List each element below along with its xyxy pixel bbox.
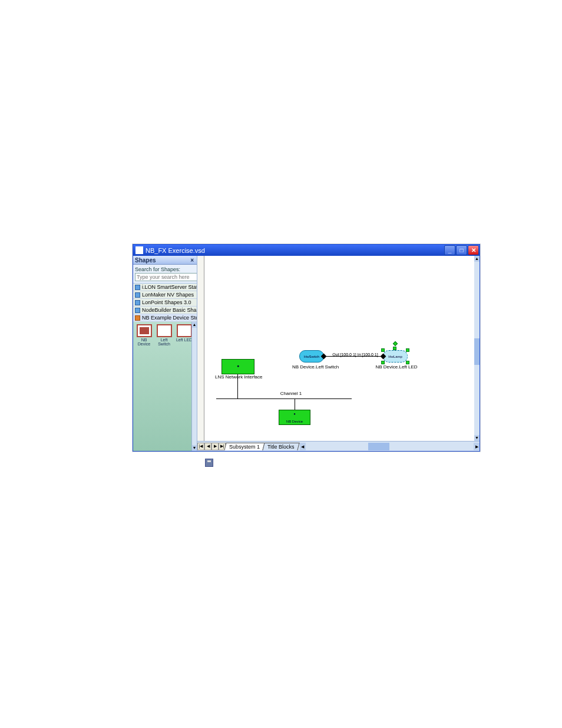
- client-area: Shapes × Search for Shapes: ▾ → i.LON Sm…: [133, 256, 480, 451]
- shapes-panel-scrollbar[interactable]: ▲ ▼: [191, 322, 197, 451]
- drawing-canvas[interactable]: Channel 1 ● LNS Network Interface ● NB D…: [204, 256, 474, 441]
- shape-master-icon: [157, 324, 172, 337]
- window-title: NB_FX Exercise.vsd: [146, 247, 444, 254]
- shape-master-left-switch[interactable]: Left Switch: [155, 324, 173, 346]
- sheet-tab-title-blocks[interactable]: Title Blocks: [262, 443, 299, 450]
- shape-masters-area: NB Device Left Switch Left LED ▲: [133, 322, 197, 451]
- stencil-label: LonPoint Shapes 3.0: [142, 299, 191, 305]
- left-led-fb-text: HwLamp: [388, 355, 402, 358]
- scroll-thumb[interactable]: [474, 338, 480, 365]
- sheet-next-button[interactable]: ▶: [211, 443, 219, 450]
- window-controls: _ □ ✕: [444, 245, 480, 256]
- selection-handle[interactable]: [406, 361, 409, 364]
- sheet-first-button[interactable]: |◀: [197, 443, 204, 450]
- stencil-item[interactable]: i.LON SmartServer Static Shapes: [133, 284, 197, 291]
- shape-master-label: NB Device: [135, 338, 153, 346]
- left-led-fb[interactable]: HwLamp: [383, 350, 408, 363]
- stencil-label: LonMaker NV Shapes: [142, 292, 194, 298]
- shape-master-icon: [137, 324, 152, 337]
- stencil-list: i.LON SmartServer Static Shapes LonMaker…: [133, 284, 197, 322]
- lns-network-interface-label: LNS Network Interface: [215, 374, 261, 380]
- shape-master-icon: [177, 324, 192, 337]
- left-switch-fb[interactable]: HwSwitch: [299, 350, 324, 363]
- shapes-panel-title: Shapes: [135, 257, 156, 263]
- stencil-item[interactable]: LonPoint Shapes 3.0: [133, 299, 197, 307]
- canvas-vertical-scrollbar[interactable]: ▲ ▼: [474, 256, 480, 441]
- shape-master-left-led[interactable]: Left LED: [175, 324, 193, 346]
- titlebar[interactable]: NB_FX Exercise.vsd _ □ ✕: [133, 245, 480, 256]
- selection-handle[interactable]: [381, 348, 385, 352]
- canvas-holder: Channel 1 ● LNS Network Interface ● NB D…: [197, 256, 480, 451]
- rotation-handle[interactable]: [393, 341, 398, 346]
- binding-text: Out:[100.0 1] In:[100.0 1]: [328, 353, 382, 357]
- selection-handle[interactable]: [406, 348, 409, 352]
- shapes-search-area: Search for Shapes: ▾ →: [133, 265, 197, 284]
- shape-master-nb-device[interactable]: NB Device: [135, 324, 153, 346]
- channel-wire[interactable]: [216, 398, 352, 399]
- left-led-label: NB Device.Left LED: [375, 364, 418, 370]
- channel-label: Channel 1: [265, 391, 318, 396]
- save-icon: [205, 459, 213, 467]
- canvas-horizontal-scrollbar[interactable]: ◀ ▶: [300, 443, 480, 450]
- scroll-down-icon[interactable]: ▼: [192, 445, 197, 451]
- shape-master-label: Left Switch: [155, 338, 173, 346]
- lns-network-interface-node[interactable]: ●: [222, 359, 254, 374]
- sheet-tab-label: Subsystem 1: [229, 444, 260, 450]
- selection-handle[interactable]: [381, 361, 385, 364]
- shapes-panel-close-icon[interactable]: ×: [189, 257, 195, 263]
- sheet-tab-label: Title Blocks: [267, 444, 295, 450]
- shapes-panel-header[interactable]: Shapes ×: [133, 256, 197, 265]
- drawing-inner: Channel 1 ● LNS Network Interface ● NB D…: [204, 256, 474, 441]
- sheet-tab-bar: |◀ ◀ ▶ ▶| Subsystem 1 Title Blocks ◀ ▶: [197, 441, 480, 451]
- stencil-icon: [135, 292, 140, 298]
- vertical-ruler[interactable]: [197, 256, 204, 441]
- app-window: NB_FX Exercise.vsd _ □ ✕ Shapes × Search…: [133, 244, 480, 452]
- sheet-tab-subsystem-1[interactable]: Subsystem 1: [224, 443, 265, 450]
- stencil-item-selected[interactable]: NB Example Device Stencil: [133, 314, 197, 322]
- scroll-down-icon[interactable]: ▼: [474, 435, 480, 441]
- stencil-item[interactable]: LonMaker NV Shapes: [133, 291, 197, 299]
- minimize-button[interactable]: _: [444, 245, 455, 255]
- left-switch-fb-text: HwSwitch: [304, 355, 319, 358]
- left-led-in-port[interactable]: [381, 354, 386, 360]
- stencil-item[interactable]: NodeBuilder Basic Shapes 4.00: [133, 307, 197, 314]
- stencil-icon: [135, 308, 140, 313]
- stencil-icon: [135, 300, 140, 305]
- lns-drop-wire[interactable]: [237, 374, 238, 398]
- scroll-right-icon[interactable]: ▶: [474, 443, 480, 450]
- scroll-thumb[interactable]: [368, 443, 389, 450]
- shapes-search-label: Search for Shapes:: [135, 266, 195, 272]
- close-button[interactable]: ✕: [468, 245, 479, 255]
- stencil-label: i.LON SmartServer Static Shapes: [142, 284, 197, 290]
- stencil-icon: [135, 315, 140, 321]
- selection-handle[interactable]: [393, 347, 396, 350]
- nb-device-drop-wire[interactable]: [295, 398, 295, 410]
- scroll-up-icon[interactable]: ▲: [474, 256, 480, 262]
- scroll-left-icon[interactable]: ◀: [300, 443, 306, 450]
- nb-device-node[interactable]: ● NB Device: [279, 410, 310, 425]
- scroll-up-icon[interactable]: ▲: [192, 322, 197, 328]
- drawing-viewport: Channel 1 ● LNS Network Interface ● NB D…: [197, 256, 474, 441]
- maximize-button[interactable]: □: [456, 245, 467, 255]
- shape-master-label: Left LED: [175, 338, 193, 342]
- stencil-label: NB Example Device Stencil: [142, 315, 197, 321]
- left-switch-label: NB Device.Left Switch: [292, 364, 335, 370]
- stencil-label: NodeBuilder Basic Shapes 4.00: [142, 307, 197, 313]
- app-icon: [135, 246, 143, 254]
- shapes-panel: Shapes × Search for Shapes: ▾ → i.LON Sm…: [133, 256, 197, 451]
- sheet-prev-button[interactable]: ◀: [204, 443, 211, 450]
- shapes-search-input[interactable]: [135, 273, 197, 281]
- stencil-icon: [135, 285, 140, 290]
- nb-device-name: NB Device: [279, 420, 310, 423]
